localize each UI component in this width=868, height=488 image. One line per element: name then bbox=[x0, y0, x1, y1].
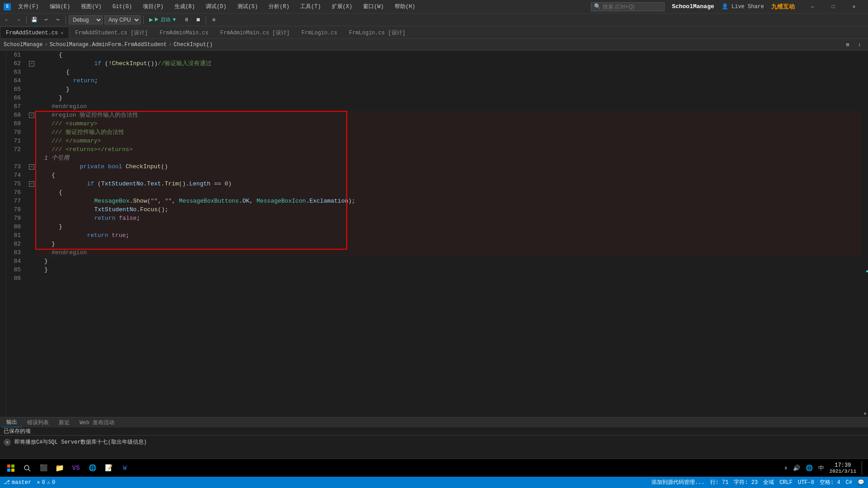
code-line-72[interactable]: /// <returns></returns> bbox=[37, 145, 862, 154]
fold-75[interactable]: − bbox=[28, 180, 35, 188]
tab-frmaddstudent-cs[interactable]: FrmAddStudent.cs ✕ bbox=[0, 27, 69, 38]
menu-extensions[interactable]: 扩展(X) bbox=[328, 2, 356, 11]
tray-datetime[interactable]: 17:39 2021/3/11 bbox=[830, 462, 856, 474]
taskbar-explorer-btn[interactable]: 📁 bbox=[52, 461, 67, 475]
breadcrumb-split-btn[interactable]: ↕ bbox=[854, 40, 864, 50]
taskbar-word-btn[interactable]: W bbox=[118, 461, 132, 475]
tab-frmadminmain-cs[interactable]: FrmAdminMain.cs bbox=[154, 27, 214, 38]
platform-select[interactable]: Any CPU x64 bbox=[104, 15, 141, 24]
menu-view[interactable]: 视图(V) bbox=[77, 2, 105, 11]
menu-project[interactable]: 项目(P) bbox=[139, 2, 167, 11]
menu-test[interactable]: 测试(S) bbox=[234, 2, 262, 11]
breadcrumb-class[interactable]: SchoolManage.AdminForm.FrmAddStudent bbox=[50, 42, 167, 48]
taskbar-start-btn[interactable] bbox=[4, 461, 18, 475]
debug-config-select[interactable]: Debug Release bbox=[69, 15, 103, 24]
status-add-code-mgmt[interactable]: 添加到源代码管理... bbox=[651, 479, 705, 486]
status-encoding[interactable]: UTF-8 bbox=[798, 479, 814, 486]
notification-close-btn[interactable]: ✕ bbox=[4, 439, 11, 446]
tray-volume-icon[interactable]: 🔊 bbox=[793, 464, 800, 472]
tray-network-icon[interactable]: 🌐 bbox=[806, 464, 813, 472]
tray-show-desktop-btn[interactable] bbox=[862, 461, 864, 475]
fold-68[interactable]: − bbox=[28, 111, 35, 119]
code-line-79[interactable]: return false; bbox=[37, 214, 862, 223]
status-lang[interactable]: C# bbox=[846, 479, 852, 486]
breadcrumb-project[interactable]: SchoolManage bbox=[4, 42, 42, 48]
right-scrollbar[interactable]: ▲ ▼ bbox=[862, 51, 868, 417]
minimize-button[interactable]: — bbox=[802, 0, 823, 14]
menu-analyze[interactable]: 分析(R) bbox=[265, 2, 293, 11]
toolbar-back-btn[interactable]: ← bbox=[2, 15, 12, 25]
code-line-64[interactable]: return; bbox=[37, 76, 862, 85]
code-line-62[interactable]: if (!CheckInput())//验证输入没有通过 bbox=[37, 59, 862, 68]
taskbar-vs-btn[interactable]: VS bbox=[69, 461, 83, 475]
tab-close-icon[interactable]: ✕ bbox=[61, 30, 63, 36]
taskbar-browser-btn[interactable]: 🌐 bbox=[85, 461, 99, 475]
code-line-78[interactable]: TxtStudentNo.Focus(); bbox=[37, 205, 862, 214]
menu-help[interactable]: 帮助(H) bbox=[391, 2, 419, 11]
fold-marker-68[interactable]: − bbox=[29, 113, 34, 118]
bottom-tab-recent[interactable]: 新近 bbox=[54, 418, 74, 427]
code-line-83[interactable]: #endregion bbox=[37, 248, 862, 257]
code-line-66[interactable]: } bbox=[37, 94, 862, 102]
menu-build[interactable]: 生成(B) bbox=[171, 2, 199, 11]
toolbar-settings-btn[interactable]: ⚙ bbox=[209, 15, 219, 25]
menu-file[interactable]: 文件(F) bbox=[14, 2, 42, 11]
taskbar-notepad-btn[interactable]: 📝 bbox=[101, 461, 116, 475]
code-line-73[interactable]: private bool CheckInput() bbox=[37, 162, 862, 171]
code-content[interactable]: { if (!CheckInput())//验证输入没有通过 { return;… bbox=[35, 51, 862, 417]
code-line-70[interactable]: /// 验证控件输入的合法性 bbox=[37, 128, 862, 137]
toolbar-fwd-btn[interactable]: → bbox=[14, 15, 24, 25]
status-indent[interactable]: 空格: 4 bbox=[820, 479, 840, 486]
toolbar-pause-btn[interactable]: ⏸ bbox=[181, 15, 191, 25]
status-feedback-icon[interactable]: 💬 bbox=[858, 479, 864, 486]
fold-marker-73[interactable]: − bbox=[29, 164, 34, 170]
run-button[interactable]: ▶ ▶ 启动 ▼ bbox=[146, 15, 179, 24]
live-share-btn[interactable]: 👤 Live Share bbox=[722, 3, 764, 10]
code-line-68[interactable]: #region 验证控件输入的合法性 bbox=[37, 111, 862, 119]
bottom-tab-web-publish[interactable]: Web 发布活动 bbox=[75, 418, 119, 427]
menu-window[interactable]: 窗口(W) bbox=[359, 2, 387, 11]
code-line-86[interactable] bbox=[37, 274, 862, 283]
taskbar-taskview-btn[interactable]: ⬛ bbox=[36, 461, 51, 475]
code-line-63[interactable]: { bbox=[37, 68, 862, 76]
menu-debug[interactable]: 调试(D) bbox=[202, 2, 230, 11]
fold-62[interactable]: − bbox=[28, 59, 35, 68]
code-line-82[interactable]: } bbox=[37, 240, 862, 248]
tray-ime-icon[interactable]: 中 bbox=[818, 464, 824, 472]
search-box[interactable]: 🔍 bbox=[591, 2, 665, 11]
fold-marker-62[interactable]: − bbox=[29, 61, 34, 66]
breadcrumb-method[interactable]: CheckInput() bbox=[174, 42, 212, 48]
status-errors[interactable]: ✕ 0 ⚠ 0 bbox=[37, 479, 55, 486]
fold-73[interactable]: − bbox=[28, 162, 35, 171]
toolbar-stop-btn[interactable]: ⏹ bbox=[193, 15, 203, 25]
code-line-81[interactable]: return true; bbox=[37, 231, 862, 240]
code-line-69[interactable]: /// <summary> bbox=[37, 119, 862, 128]
bottom-tab-output[interactable]: 输出 bbox=[2, 417, 22, 427]
tab-frmaddstudent-design[interactable]: FrmAddStudent.cs [设计] bbox=[69, 27, 154, 38]
code-line-71[interactable]: /// </summary> bbox=[37, 137, 862, 145]
tab-frmlogin-design[interactable]: FrmLogin.cs [设计] bbox=[343, 27, 411, 38]
bottom-tab-errors[interactable]: 错误列表 bbox=[23, 418, 53, 427]
toolbar-save-btn[interactable]: 💾 bbox=[29, 15, 39, 25]
toolbar-redo-btn[interactable]: ↪ bbox=[53, 15, 63, 25]
menu-tools[interactable]: 工具(T) bbox=[297, 2, 325, 11]
search-input[interactable] bbox=[603, 4, 661, 10]
fold-marker-75[interactable]: − bbox=[29, 181, 34, 187]
tab-frmadminmain-design[interactable]: FrmAdminMain.cs [设计] bbox=[214, 27, 296, 38]
maximize-button[interactable]: □ bbox=[823, 0, 844, 14]
close-button[interactable]: ✕ bbox=[844, 0, 864, 14]
code-line-80[interactable]: } bbox=[37, 223, 862, 231]
menu-git[interactable]: Git(G) bbox=[109, 3, 136, 11]
code-line-67[interactable]: #endregion bbox=[37, 102, 862, 111]
code-line-65[interactable]: } bbox=[37, 85, 862, 94]
tab-frmlogin-cs[interactable]: FrmLogin.cs bbox=[296, 27, 343, 38]
status-line-ending[interactable]: CRLF bbox=[779, 479, 793, 486]
code-line-75[interactable]: if (TxtStudentNo.Text.Trim().Length == 0… bbox=[37, 180, 862, 188]
tray-arrow[interactable]: ∧ bbox=[784, 465, 788, 471]
status-branch[interactable]: ⎇ master bbox=[4, 479, 31, 486]
scrollbar-down-btn[interactable]: ▼ bbox=[862, 411, 868, 417]
code-line-85[interactable]: } bbox=[37, 265, 862, 274]
code-line-84[interactable]: } bbox=[37, 257, 862, 265]
breadcrumb-action-btn[interactable]: ⊞ bbox=[843, 40, 853, 50]
taskbar-search-btn[interactable] bbox=[20, 461, 34, 475]
